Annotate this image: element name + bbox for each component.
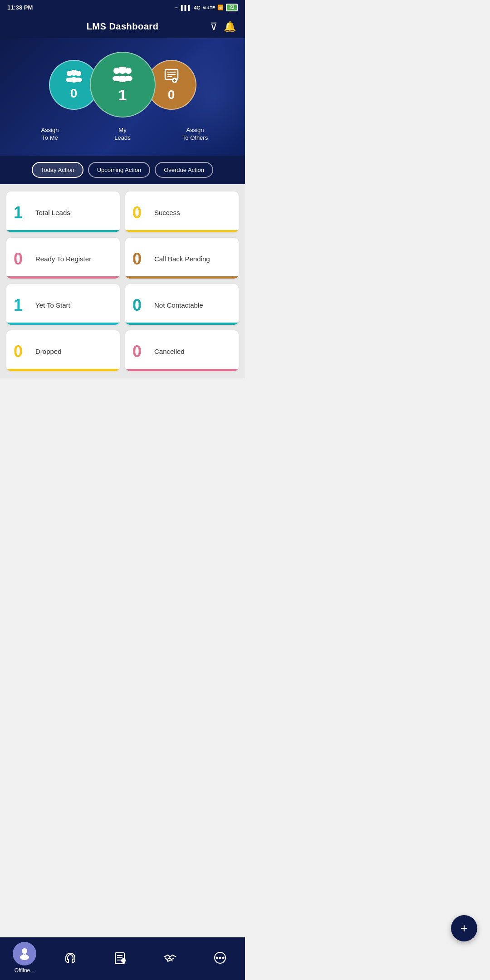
hero-section: 0 1 (0, 38, 245, 156)
status-right: ··· ▌▌▌ 4G VoLTE 📶 23 (175, 4, 238, 11)
assign-to-me-circle-item: 0 (49, 60, 90, 110)
status-bar: 11:38 PM ··· ▌▌▌ 4G VoLTE 📶 23 (0, 0, 245, 15)
yts-bar (6, 323, 120, 325)
my-leads-circle-item: 1 (90, 52, 156, 118)
dropped-label: Dropped (35, 347, 62, 356)
cbp-bar (125, 276, 239, 279)
card-cbp-content: 0 Call Back Pending (132, 246, 231, 279)
header: LMS Dashboard ⊽ 🔔 (0, 15, 245, 38)
rtr-bar (6, 276, 120, 279)
my-leads-label: MyLeads (86, 127, 159, 142)
success-label: Success (154, 208, 180, 217)
nc-bar (125, 323, 239, 325)
dropped-bar (6, 369, 120, 371)
header-icons: ⊽ 🔔 (210, 21, 236, 33)
assign-me-number: 0 (70, 87, 78, 100)
assign-others-icon (164, 69, 179, 87)
dots-icon: ··· (175, 5, 179, 10)
stats-grid: 1 Total Leads 0 Success 0 Ready To Regis… (0, 184, 245, 378)
dropped-number: 0 (14, 343, 30, 360)
bell-icon[interactable]: 🔔 (224, 21, 236, 33)
card-not-contactable[interactable]: 0 Not Contactable (125, 284, 239, 325)
rtr-label: Ready To Register (35, 255, 91, 264)
card-total-leads[interactable]: 1 Total Leads (6, 191, 120, 232)
my-leads-circle[interactable]: 1 (90, 52, 156, 118)
card-yet-to-start[interactable]: 1 Yet To Start (6, 284, 120, 325)
status-time: 11:38 PM (7, 4, 33, 11)
card-nc-content: 0 Not Contactable (132, 292, 231, 325)
battery-indicator: 23 (226, 4, 238, 11)
total-leads-number: 1 (14, 205, 30, 221)
circles-container: 0 1 (49, 52, 196, 118)
wifi-icon: 📶 (217, 5, 224, 10)
action-tabs: Today Action Upcoming Action Overdue Act… (0, 156, 245, 184)
rtr-number: 0 (14, 251, 30, 267)
cbp-label: Call Back Pending (154, 255, 210, 264)
signal-icon: ▌▌▌ (181, 5, 191, 10)
success-number: 0 (132, 205, 149, 221)
card-total-leads-content: 1 Total Leads (14, 200, 113, 232)
my-leads-icon (113, 67, 132, 85)
card-rtr-content: 0 Ready To Register (14, 246, 113, 279)
cancelled-label: Cancelled (154, 347, 185, 356)
card-success[interactable]: 0 Success (125, 191, 239, 232)
svg-point-8 (125, 68, 132, 74)
filter-icon[interactable]: ⊽ (210, 21, 217, 33)
yts-label: Yet To Start (35, 301, 70, 310)
svg-point-5 (75, 78, 82, 82)
cancelled-bar (125, 369, 239, 371)
svg-point-2 (76, 71, 81, 76)
assign-others-number: 0 (168, 88, 175, 101)
cbp-number: 0 (132, 251, 149, 267)
cancelled-number: 0 (132, 343, 149, 360)
svg-point-11 (124, 76, 132, 81)
yts-number: 1 (14, 297, 30, 314)
card-cancelled[interactable]: 0 Cancelled (125, 330, 239, 371)
assign-to-others-circle-item: 0 (156, 60, 196, 110)
card-yts-content: 1 Yet To Start (14, 292, 113, 325)
assign-me-label: AssignTo Me (14, 127, 86, 142)
total-leads-label: Total Leads (35, 208, 70, 217)
card-dropped-content: 0 Dropped (14, 338, 113, 371)
assign-me-icon (66, 70, 82, 85)
tab-today-action[interactable]: Today Action (32, 162, 83, 178)
assign-others-label: AssignTo Others (159, 127, 231, 142)
card-dropped[interactable]: 0 Dropped (6, 330, 120, 371)
card-ready-to-register[interactable]: 0 Ready To Register (6, 238, 120, 279)
total-leads-bar (6, 230, 120, 232)
card-cancelled-content: 0 Cancelled (132, 338, 231, 371)
header-title: LMS Dashboard (87, 21, 159, 32)
network-4g: 4G (194, 5, 201, 10)
card-success-content: 0 Success (132, 200, 231, 232)
tab-upcoming-action[interactable]: Upcoming Action (88, 162, 151, 178)
success-bar (125, 230, 239, 232)
circles-labels: AssignTo Me MyLeads AssignTo Others (9, 127, 236, 142)
volte-icon: VoLTE (203, 5, 215, 10)
nc-number: 0 (132, 297, 149, 314)
card-call-back-pending[interactable]: 0 Call Back Pending (125, 238, 239, 279)
my-leads-number: 1 (118, 87, 127, 103)
tab-overdue-action[interactable]: Overdue Action (155, 162, 213, 178)
nc-label: Not Contactable (154, 301, 203, 310)
